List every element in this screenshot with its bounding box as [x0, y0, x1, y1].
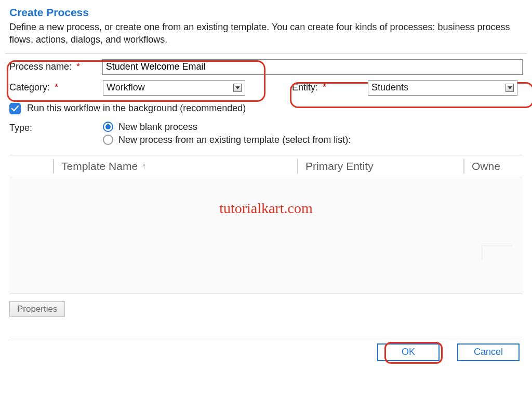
- column-separator: [297, 159, 298, 174]
- properties-button[interactable]: Properties: [9, 301, 65, 317]
- radio-blank-label: New blank process: [118, 122, 197, 133]
- category-label: Category:: [9, 82, 50, 92]
- process-name-row: Process name: *: [9, 59, 523, 75]
- background-option-row: Run this workflow in the background (rec…: [9, 103, 523, 114]
- entity-select[interactable]: Students: [368, 80, 517, 96]
- placeholder-icon: [481, 245, 512, 260]
- chevron-down-icon: [233, 84, 242, 92]
- column-primary-entity[interactable]: Primary Entity: [305, 160, 456, 173]
- cancel-button[interactable]: Cancel: [457, 343, 520, 361]
- radio-row-template: New process from an existing template (s…: [103, 135, 351, 145]
- background-checkbox[interactable]: [9, 103, 21, 114]
- required-icon: *: [55, 82, 58, 92]
- radio-from-template[interactable]: [103, 135, 113, 145]
- radio-row-blank: New blank process: [103, 122, 351, 133]
- column-separator: [53, 159, 54, 174]
- check-icon: [11, 105, 19, 112]
- process-name-label: Process name:: [9, 61, 72, 72]
- type-block: Type: New blank process New process from…: [9, 122, 523, 145]
- column-owner[interactable]: Owne: [472, 160, 523, 173]
- dialog-footer: OK Cancel: [9, 337, 523, 366]
- required-icon: *: [323, 82, 326, 92]
- entity-label: Entity:: [292, 82, 318, 92]
- col-primary-label: Primary Entity: [305, 160, 374, 172]
- form-area: Process name: * Category: * Workflow Ent…: [9, 59, 523, 145]
- column-separator: [463, 159, 464, 174]
- radio-template-label: New process from an existing template (s…: [118, 135, 351, 145]
- required-icon: *: [76, 61, 80, 72]
- category-select[interactable]: Workflow: [103, 80, 245, 96]
- page-description: Define a new process, or create one from…: [9, 21, 518, 46]
- type-label: Type:: [9, 123, 32, 133]
- entity-value: Students: [371, 82, 408, 93]
- ok-button[interactable]: OK: [377, 343, 440, 361]
- radio-new-blank[interactable]: [103, 122, 113, 132]
- sort-asc-icon: ↑: [142, 162, 146, 171]
- page-title: Create Process: [9, 6, 523, 19]
- column-template-name[interactable]: Template Name ↑: [61, 160, 290, 173]
- divider: [5, 54, 527, 54]
- col-template-label: Template Name: [61, 160, 138, 173]
- watermark-text: tutorialkart.com: [9, 200, 523, 217]
- category-entity-row: Category: * Workflow Entity: * Students: [9, 80, 523, 96]
- grid-header: Template Name ↑ Primary Entity Owne: [9, 155, 523, 178]
- category-value: Workflow: [107, 82, 145, 93]
- process-name-input[interactable]: [102, 59, 523, 75]
- chevron-down-icon: [506, 84, 514, 92]
- background-label: Run this workflow in the background (rec…: [27, 103, 246, 114]
- template-grid: Template Name ↑ Primary Entity Owne tuto…: [9, 155, 523, 294]
- col-owner-label: Owne: [472, 160, 500, 172]
